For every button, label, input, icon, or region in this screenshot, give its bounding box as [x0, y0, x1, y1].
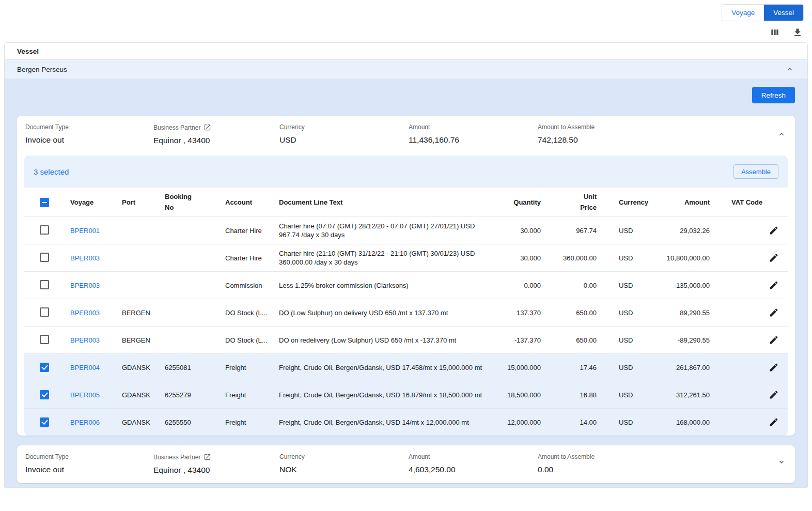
select-all-checkbox[interactable] — [40, 198, 49, 207]
doc-summary: Document Type Invoice out Business Partn… — [17, 445, 795, 483]
port-cell: BERGEN — [122, 336, 165, 344]
table-body: BPER001 Charter Hire Charter hire (07:07… — [24, 216, 788, 436]
amount-label: Amount — [409, 453, 538, 460]
row-checkbox[interactable] — [40, 417, 49, 427]
edit-icon[interactable] — [769, 335, 779, 345]
open-in-new-icon[interactable] — [204, 453, 211, 461]
voyage-link[interactable]: BPER003 — [70, 254, 100, 262]
voyage-link[interactable]: BPER003 — [70, 336, 100, 344]
edit-icon[interactable] — [769, 390, 779, 400]
currency-cell: USD — [602, 309, 647, 317]
header-account: Account — [225, 198, 279, 206]
chevron-down-icon[interactable] — [777, 458, 786, 466]
doc-group-nok: Document Type Invoice out Business Partn… — [17, 445, 795, 483]
account-cell: DO Stock (L... — [225, 336, 279, 344]
voyage-link[interactable]: BPER003 — [70, 282, 100, 289]
columns-icon[interactable] — [770, 27, 780, 38]
open-in-new-icon[interactable] — [204, 123, 211, 131]
top-toolbar: Voyage Vessel — [0, 0, 812, 38]
quantity-cell: 30.000 — [501, 254, 546, 262]
booking-no-cell: 6255279 — [165, 391, 225, 399]
port-cell: GDANSK — [122, 364, 165, 371]
refresh-button[interactable]: Refresh — [752, 87, 795, 103]
edit-icon[interactable] — [769, 225, 779, 236]
account-cell: Charter Hire — [225, 254, 279, 262]
quantity-cell: 15,000.000 — [501, 364, 546, 371]
quantity-cell: 137.370 — [501, 309, 546, 317]
voyage-link[interactable]: BPER006 — [70, 419, 100, 426]
port-cell: GDANSK — [122, 419, 165, 426]
edit-icon[interactable] — [769, 307, 779, 318]
chevron-up-icon[interactable] — [786, 65, 794, 73]
assemble-button[interactable]: Assemble — [733, 164, 778, 179]
vessel-group-row[interactable]: Bergen Perseus — [5, 60, 807, 79]
edit-icon[interactable] — [769, 280, 779, 290]
chevron-up-icon[interactable] — [777, 130, 786, 138]
currency-cell: USD — [602, 419, 647, 426]
document-type-label: Document Type — [25, 123, 153, 131]
row-checkbox[interactable] — [40, 307, 49, 317]
line-text-cell: DO on redelivery (Low Sulphur) USD 650 /… — [279, 336, 501, 345]
business-partner-label: Business Partner — [153, 454, 200, 461]
doc-summary: Document Type Invoice out Business Partn… — [17, 116, 795, 156]
business-partner-value: Equinor , 43400 — [153, 466, 279, 475]
selected-count: 3 selected — [34, 167, 69, 176]
currency-label: Currency — [279, 123, 409, 131]
row-checkbox[interactable] — [40, 225, 49, 235]
line-text-cell: DO (Low Sulphur) on delivery USD 650 /mt… — [279, 308, 501, 317]
booking-no-cell: 6255550 — [165, 419, 225, 426]
table-row: BPER003 Commission Less 1.25% broker com… — [24, 271, 788, 299]
header-booking-no: Booking No — [165, 191, 197, 213]
business-partner-label: Business Partner — [153, 124, 200, 131]
row-checkbox[interactable] — [40, 280, 49, 289]
row-checkbox[interactable] — [40, 253, 49, 262]
account-cell: Commission — [225, 282, 279, 289]
voyage-link[interactable]: BPER003 — [70, 309, 100, 317]
account-cell: Freight — [225, 419, 279, 426]
voyage-link[interactable]: BPER005 — [70, 391, 100, 399]
line-text-cell: Charter hire (07:07 (GMT) 28/12/20 - 07:… — [279, 222, 501, 239]
amount-cell: 261,867.00 — [647, 364, 715, 371]
toggle-vessel[interactable]: Vessel — [764, 5, 803, 21]
edit-icon[interactable] — [769, 362, 779, 373]
account-cell: Freight — [225, 391, 279, 399]
table-header-row: Voyage Port Booking No Account Document … — [24, 188, 788, 216]
quantity-cell: 12,000.000 — [501, 419, 546, 426]
document-type-value: Invoice out — [25, 135, 153, 145]
table-row: BPER003 Charter Hire Charter hire (21:10… — [24, 244, 788, 271]
unit-price-cell: 967.74 — [546, 227, 602, 235]
download-icon[interactable] — [792, 27, 803, 38]
toggle-voyage[interactable]: Voyage — [722, 5, 764, 21]
header-unit-price: Unit Price — [576, 191, 597, 213]
unit-price-cell: 17.46 — [546, 364, 602, 371]
header-amount: Amount — [647, 198, 715, 206]
edit-icon[interactable] — [769, 417, 779, 427]
row-checkbox[interactable] — [40, 390, 49, 399]
vessel-panel: Vessel Bergen Perseus Refresh Document T… — [4, 42, 808, 488]
amount-to-assemble-label: Amount to Assemble — [538, 453, 770, 460]
voyage-link[interactable]: BPER001 — [70, 227, 100, 235]
row-checkbox[interactable] — [40, 335, 49, 344]
header-port: Port — [122, 198, 165, 206]
table-row: BPER004 GDANSK 6255081 Freight Freight, … — [24, 353, 788, 381]
amount-cell: 168,000.00 — [647, 419, 715, 426]
booking-no-cell: 6255081 — [165, 364, 225, 371]
table-row: BPER003 BERGEN DO Stock (L... DO (Low Su… — [24, 299, 788, 326]
voyage-vessel-toggle: Voyage Vessel — [722, 4, 804, 21]
currency-cell: USD — [602, 364, 647, 371]
edit-icon[interactable] — [769, 253, 779, 263]
quantity-cell: 0.000 — [501, 282, 546, 289]
header-quantity: Quantity — [501, 198, 546, 206]
quantity-cell: -137.370 — [501, 336, 546, 344]
line-text-cell: Charter hire (21:10 (GMT) 31/12/22 - 21:… — [279, 249, 501, 267]
amount-cell: 89,290.55 — [647, 309, 715, 317]
document-type-value: Invoice out — [25, 465, 153, 474]
amount-cell: -135,000.00 — [647, 282, 715, 289]
table-row: BPER003 BERGEN DO Stock (L... DO on rede… — [24, 326, 788, 353]
row-checkbox[interactable] — [40, 363, 49, 372]
line-text-cell: Freight, Crude Oil, Bergen/Gdansk, USD 1… — [279, 418, 501, 427]
business-partner-value: Equinor , 43400 — [153, 136, 279, 145]
currency-cell: USD — [602, 227, 647, 235]
amount-to-assemble-value: 742,128.50 — [538, 135, 770, 145]
voyage-link[interactable]: BPER004 — [70, 364, 100, 371]
